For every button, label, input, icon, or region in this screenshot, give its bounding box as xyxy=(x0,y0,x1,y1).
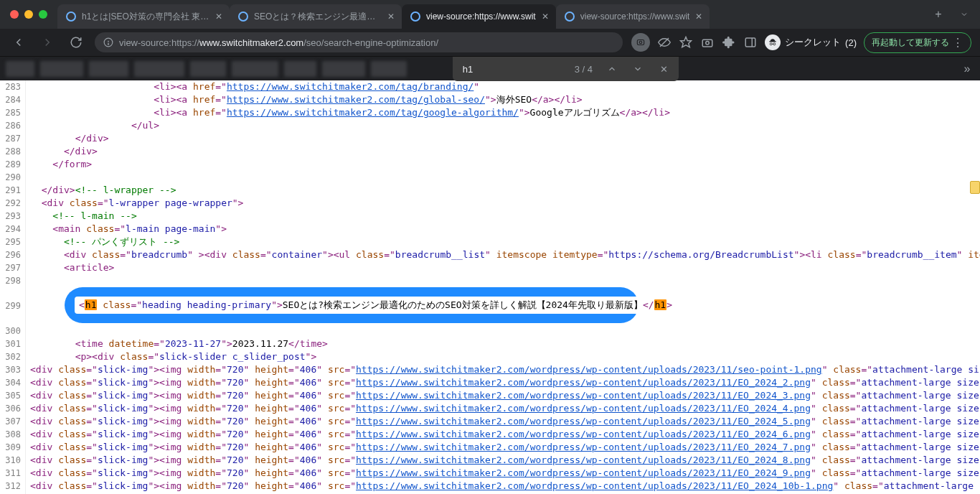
incognito-icon xyxy=(765,34,781,50)
extensions-icon[interactable] xyxy=(722,35,736,50)
view-source-pane[interactable]: 2832842852862872882892902912922932942952… xyxy=(0,80,980,494)
eye-off-icon[interactable] xyxy=(657,35,672,50)
profile-chip[interactable]: シークレット (2) xyxy=(765,33,857,52)
close-tab-icon[interactable]: ✕ xyxy=(542,11,549,22)
browser-tab-active[interactable]: view-source:https://www.swit ✕ xyxy=(402,4,556,29)
url-path: /seo/search-engine-optimization/ xyxy=(303,37,438,48)
bookmark-item[interactable] xyxy=(190,61,226,77)
browser-tab[interactable]: view-source:https://www.swit ✕ xyxy=(556,4,710,29)
close-tab-icon[interactable]: ✕ xyxy=(695,11,702,22)
bookmark-item[interactable] xyxy=(89,61,128,77)
find-input[interactable] xyxy=(461,63,562,75)
bookmark-item[interactable] xyxy=(371,61,407,77)
highlight-annotation: <h1 class="heading heading-primary">SEOと… xyxy=(65,287,639,323)
bookmark-item[interactable] xyxy=(284,61,316,77)
bookmark-item[interactable] xyxy=(322,61,365,77)
svg-point-2 xyxy=(108,44,108,45)
update-label: 再起動して更新する xyxy=(872,37,949,49)
reload-button[interactable] xyxy=(66,32,86,52)
bookmark-item[interactable] xyxy=(232,61,278,77)
url-proto: https:// xyxy=(171,37,199,48)
lens-icon[interactable] xyxy=(631,33,650,52)
svg-rect-9 xyxy=(745,38,755,47)
favicon-icon xyxy=(565,11,575,22)
update-button[interactable]: 再起動して更新する ⋮ xyxy=(864,32,971,53)
window-controls-mac xyxy=(6,10,52,19)
tab-strip: h1とは|SEO対策の専門会社 東京S ✕ SEOとは？検索エンジン最適化の ✕… xyxy=(57,0,923,29)
camera-icon[interactable] xyxy=(700,35,715,50)
titlebar: h1とは|SEO対策の専門会社 東京S ✕ SEOとは？検索エンジン最適化の ✕… xyxy=(0,0,980,29)
svg-point-4 xyxy=(639,41,642,44)
svg-point-12 xyxy=(773,43,776,45)
browser-tab[interactable]: h1とは|SEO対策の専門会社 東京S ✕ xyxy=(57,4,230,29)
back-button[interactable] xyxy=(9,32,29,52)
bookmark-item[interactable] xyxy=(40,61,83,77)
find-prev-button[interactable] xyxy=(606,62,618,75)
profile-count: (2) xyxy=(845,37,857,48)
browser-tab[interactable]: SEOとは？検索エンジン最適化の ✕ xyxy=(230,4,402,29)
new-tab-button[interactable]: + xyxy=(928,4,948,24)
line-number-gutter: 2832842852862872882892902912922932942952… xyxy=(0,80,26,494)
more-icon[interactable]: ⋮ xyxy=(952,36,963,50)
svg-rect-3 xyxy=(637,40,644,45)
bookmarks-overflow-icon[interactable]: » xyxy=(960,62,974,76)
url-host: www.switchitmaker2.com xyxy=(199,37,303,48)
close-tab-icon[interactable]: ✕ xyxy=(387,11,395,22)
tab-title: view-source:https://www.swit xyxy=(426,11,536,22)
profile-label: シークレット xyxy=(785,36,841,49)
site-info-icon[interactable] xyxy=(103,37,113,47)
tab-title: view-source:https://www.swit xyxy=(580,11,690,22)
tab-title: h1とは|SEO対策の専門会社 東京S xyxy=(82,11,209,23)
find-next-button[interactable] xyxy=(631,62,644,75)
find-in-page-bar: 3 / 4 ✕ xyxy=(453,57,679,81)
find-count: 3 / 4 xyxy=(575,64,593,75)
tab-title: SEOとは？検索エンジン最適化の xyxy=(254,11,382,23)
close-window-button[interactable] xyxy=(10,10,19,19)
svg-rect-7 xyxy=(702,39,712,47)
toolbar-right: シークレット (2) 再起動して更新する ⋮ xyxy=(631,32,971,53)
url-scheme: view-source: xyxy=(119,37,171,48)
svg-point-11 xyxy=(770,43,772,45)
svg-point-8 xyxy=(706,42,710,45)
sidepanel-icon[interactable] xyxy=(743,35,758,50)
chevron-down-icon[interactable] xyxy=(954,4,974,24)
maximize-window-button[interactable] xyxy=(39,10,47,19)
bookmark-item[interactable] xyxy=(134,61,184,77)
find-close-button[interactable]: ✕ xyxy=(657,62,670,75)
close-tab-icon[interactable]: ✕ xyxy=(215,11,222,22)
bookmarks-bar: » 3 / 4 ✕ xyxy=(0,56,980,80)
source-code[interactable]: <li><a href="https://www.switchitmaker2.… xyxy=(26,80,980,494)
bookmark-star-icon[interactable] xyxy=(679,35,693,50)
bookmark-item[interactable] xyxy=(6,61,34,77)
toolbar: view-source:https://www.switchitmaker2.c… xyxy=(0,29,980,56)
forward-button[interactable] xyxy=(37,32,57,52)
scroll-marker xyxy=(970,181,980,194)
minimize-window-button[interactable] xyxy=(24,10,33,19)
address-bar[interactable]: view-source:https://www.switchitmaker2.c… xyxy=(95,32,623,52)
browser-window: h1とは|SEO対策の専門会社 東京S ✕ SEOとは？検索エンジン最適化の ✕… xyxy=(0,0,980,494)
favicon-icon xyxy=(410,11,420,22)
favicon-icon xyxy=(238,11,248,22)
favicon-icon xyxy=(66,11,76,22)
svg-marker-6 xyxy=(681,37,692,47)
